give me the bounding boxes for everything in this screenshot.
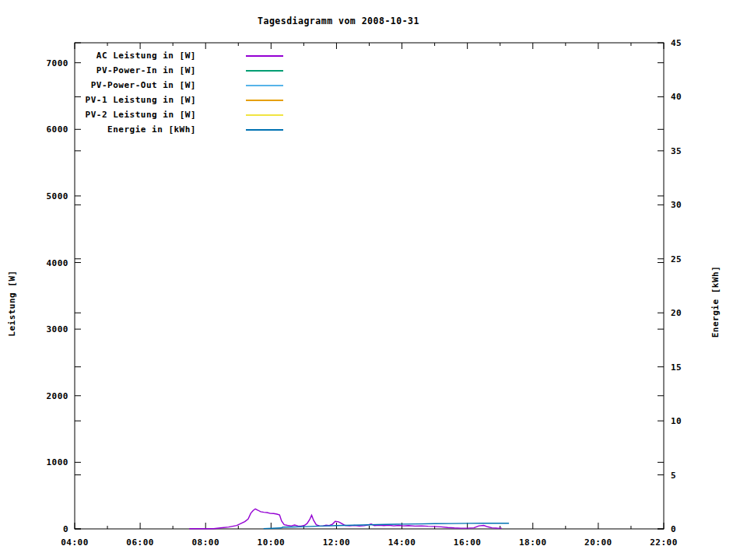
legend-item: PV-Power-Out in [W] bbox=[75, 78, 283, 93]
y-axis-label-left: Leistung [W] bbox=[7, 270, 17, 336]
y-right-tick-label: 45 bbox=[671, 38, 682, 48]
legend-label: Energie in [kWh] bbox=[75, 124, 196, 135]
x-tick-label: 18:00 bbox=[519, 537, 547, 548]
x-tick-label: 14:00 bbox=[388, 537, 416, 548]
legend-item: PV-2 Leistung in [W] bbox=[75, 107, 283, 122]
legend-label: PV-Power-In in [W] bbox=[75, 65, 196, 75]
y-right-tick-label: 25 bbox=[671, 254, 682, 264]
legend-label: PV-1 Leistung in [W] bbox=[75, 95, 196, 105]
legend-item: Energie in [kWh] bbox=[75, 122, 283, 137]
y-left-tick-label: 5000 bbox=[47, 191, 69, 201]
legend-item: PV-1 Leistung in [W] bbox=[75, 93, 283, 107]
y-left-tick-label: 7000 bbox=[47, 58, 69, 68]
y-right-tick-label: 40 bbox=[671, 92, 682, 102]
y-left-tick-label: 6000 bbox=[47, 124, 69, 135]
legend-line-sample bbox=[246, 85, 283, 86]
legend-label: PV-2 Leistung in [W] bbox=[75, 110, 196, 120]
y-right-tick-label: 0 bbox=[671, 524, 676, 534]
x-tick-label: 16:00 bbox=[454, 537, 482, 548]
chart-canvas: 04:0006:0008:0010:0012:0014:0016:0018:00… bbox=[0, 0, 747, 560]
legend-label: AC Leistung in [W] bbox=[75, 51, 196, 61]
y-left-tick-label: 3000 bbox=[47, 324, 69, 334]
y-left-tick-label: 1000 bbox=[47, 457, 69, 467]
legend-line-sample bbox=[246, 129, 283, 131]
legend-label: PV-Power-Out in [W] bbox=[75, 80, 196, 90]
chart-title: Tagesdiagramm vom 2008-10-31 bbox=[183, 16, 494, 26]
y-right-tick-label: 5 bbox=[671, 471, 676, 481]
x-tick-label: 20:00 bbox=[584, 537, 612, 548]
x-tick-label: 04:00 bbox=[61, 537, 89, 548]
y-right-tick-label: 10 bbox=[671, 416, 682, 426]
legend-line-sample bbox=[246, 114, 283, 116]
y-left-tick-label: 4000 bbox=[47, 258, 69, 268]
x-tick-label: 06:00 bbox=[126, 537, 154, 548]
legend: AC Leistung in [W] PV-Power-In in [W] PV… bbox=[75, 48, 283, 137]
y-left-tick-label: 0 bbox=[63, 524, 68, 534]
x-tick-label: 12:00 bbox=[323, 537, 351, 548]
y-right-tick-label: 15 bbox=[671, 362, 682, 373]
legend-line-sample bbox=[246, 100, 283, 101]
x-tick-label: 10:00 bbox=[258, 537, 286, 548]
legend-item: AC Leistung in [W] bbox=[75, 48, 283, 63]
legend-line-sample bbox=[246, 70, 283, 72]
x-tick-label: 08:00 bbox=[191, 537, 219, 548]
x-tick-label: 22:00 bbox=[650, 537, 678, 548]
y-right-tick-label: 20 bbox=[671, 308, 682, 318]
legend-item: PV-Power-In in [W] bbox=[75, 63, 283, 78]
legend-line-sample bbox=[246, 55, 283, 57]
y-right-tick-label: 30 bbox=[671, 200, 682, 210]
y-axis-label-right: Energie [kWh] bbox=[710, 266, 721, 338]
y-right-tick-label: 35 bbox=[671, 146, 682, 156]
y-left-tick-label: 2000 bbox=[47, 391, 69, 401]
